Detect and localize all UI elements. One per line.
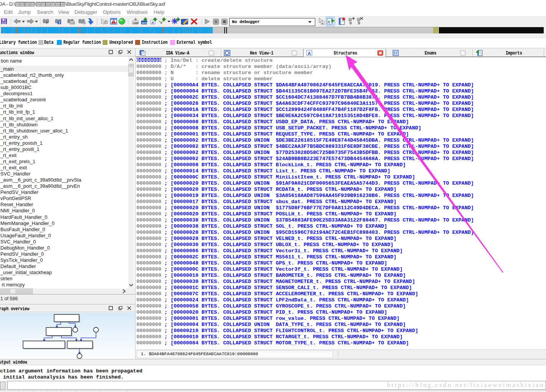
svg-text:T: T — [58, 21, 61, 25]
svg-text:A: A — [152, 21, 154, 25]
svg-text:c: c — [328, 20, 330, 24]
svg-text:CODE: CODE — [133, 22, 139, 25]
svg-text:DATA: DATA — [142, 22, 148, 25]
svg-text:c: c — [322, 22, 324, 25]
svg-text:101: 101 — [70, 22, 75, 24]
svg-text:#: # — [46, 21, 48, 25]
svg-text:A: A — [308, 51, 311, 56]
